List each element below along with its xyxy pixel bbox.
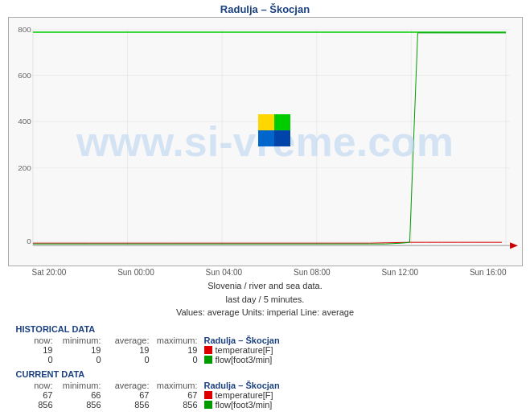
current-header: CURRENT DATA <box>16 369 523 379</box>
table-row: 19 19 19 19 temperature[F] <box>16 345 523 355</box>
current-table: now: minimum: average: maximum: Radulja … <box>16 381 523 410</box>
historical-station: Radulja – Škocjan <box>201 336 523 345</box>
col-max-c: maximum: <box>153 381 201 390</box>
cell-min: 856 <box>56 400 105 410</box>
row-label: temperature[F] <box>216 345 273 355</box>
caption-block: Slovenia / river and sea data. last day … <box>176 279 354 319</box>
color-indicator <box>204 356 212 364</box>
cell-label: temperature[F] <box>201 345 523 355</box>
cell-max: 19 <box>153 345 201 355</box>
cell-label: temperature[F] <box>201 390 523 400</box>
caption-line2: last day / 5 minutes. <box>176 293 354 307</box>
table-row: 0 0 0 0 flow[foot3/min] <box>16 355 523 364</box>
x-label-2: Sun 04:00 <box>206 268 243 277</box>
cell-avg: 67 <box>105 390 153 400</box>
svg-rect-21 <box>274 114 290 130</box>
x-label-1: Sun 00:00 <box>117 268 154 277</box>
cell-avg: 0 <box>105 355 153 364</box>
cell-now: 0 <box>16 355 56 364</box>
cell-now: 19 <box>16 345 56 355</box>
col-now-h: now: <box>16 336 56 345</box>
chart-area: www.si-vreme.com 800 600 400 200 0 <box>8 17 523 266</box>
color-indicator <box>204 346 212 354</box>
row-label: flow[foot3/min] <box>216 400 273 410</box>
svg-text:600: 600 <box>18 71 31 80</box>
chart-title: Radulja – Škocjan <box>220 3 310 15</box>
x-label-4: Sun 12:00 <box>381 268 418 277</box>
col-now-c: now: <box>16 381 56 390</box>
table-row: 67 66 67 67 temperature[F] <box>16 390 523 400</box>
current-station: Radulja – Škocjan <box>201 381 523 390</box>
x-label-0: Sat 20:00 <box>32 268 67 277</box>
svg-text:0: 0 <box>27 237 31 245</box>
col-min-c: minimum: <box>56 381 105 390</box>
cell-label: flow[foot3/min] <box>201 400 523 410</box>
table-row: 856 856 856 856 flow[foot3/min] <box>16 400 523 410</box>
historical-header: HISTORICAL DATA <box>16 324 523 334</box>
caption-line3: Values: average Units: imperial Line: av… <box>176 306 354 319</box>
col-max-h: maximum: <box>153 336 201 345</box>
svg-rect-22 <box>258 130 274 146</box>
cell-min: 19 <box>56 345 105 355</box>
color-indicator <box>204 401 212 409</box>
cell-max: 856 <box>153 400 201 410</box>
cell-now: 67 <box>16 390 56 400</box>
row-label: flow[foot3/min] <box>216 355 273 364</box>
cell-max: 67 <box>153 390 201 400</box>
svg-rect-23 <box>274 130 290 146</box>
historical-table: now: minimum: average: maximum: Radulja … <box>16 336 523 364</box>
svg-text:800: 800 <box>18 25 31 34</box>
x-axis-labels: Sat 20:00 Sun 00:00 Sun 04:00 Sun 08:00 … <box>8 266 523 277</box>
svg-text:400: 400 <box>18 117 31 126</box>
row-label: temperature[F] <box>216 390 273 400</box>
color-indicator <box>204 391 212 399</box>
svg-text:200: 200 <box>18 163 31 172</box>
cell-now: 856 <box>16 400 56 410</box>
current-section: CURRENT DATA now: minimum: average: maxi… <box>8 369 523 410</box>
historical-section: HISTORICAL DATA now: minimum: average: m… <box>8 324 523 364</box>
svg-rect-20 <box>258 114 274 130</box>
cell-label: flow[foot3/min] <box>201 355 523 364</box>
x-label-3: Sun 08:00 <box>294 268 331 277</box>
cell-max: 0 <box>153 355 201 364</box>
cell-avg: 19 <box>105 345 153 355</box>
x-label-5: Sun 16:00 <box>470 268 507 277</box>
col-min-h: minimum: <box>56 336 105 345</box>
cell-avg: 856 <box>105 400 153 410</box>
cell-min: 0 <box>56 355 105 364</box>
col-avg-h: average: <box>105 336 153 345</box>
caption-line1: Slovenia / river and sea data. <box>176 279 354 293</box>
col-avg-c: average: <box>105 381 153 390</box>
logo-icon <box>258 114 290 146</box>
cell-min: 66 <box>56 390 105 400</box>
